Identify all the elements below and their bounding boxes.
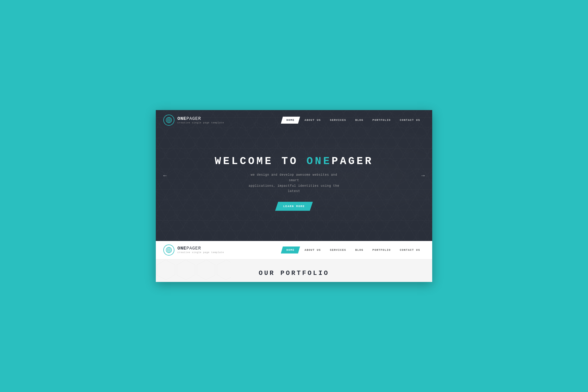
hero-content: WELCOME TO ONEPAGER we design and develo… (156, 130, 432, 241)
dark-navbar: ONE PAGER creative single page template … (156, 110, 432, 130)
white-logo-circle (163, 244, 174, 256)
logo-area: ONE PAGER creative single page template (163, 115, 224, 126)
dark-nav-home[interactable]: HOME (281, 117, 300, 124)
white-nav-contact[interactable]: CONTACT US (395, 247, 425, 254)
dark-nav-portfolio[interactable]: PORTFOLIO (368, 117, 395, 124)
dark-nav-about[interactable]: ABOUT US (300, 117, 325, 124)
logo-sub: creative single page template (177, 122, 224, 124)
white-nav-blog[interactable]: BLOG (351, 247, 368, 254)
globe-icon (166, 117, 172, 123)
carousel-next-button[interactable]: → (419, 170, 427, 181)
white-logo-area: ONE PAGER creative single page template (163, 244, 224, 256)
hero-section: ONE PAGER creative single page template … (156, 110, 432, 241)
carousel-prev-button[interactable]: ← (161, 170, 169, 181)
dark-nav-links: HOME ABOUT US SERVICES BLOG PORTFOLIO CO… (281, 117, 425, 124)
white-globe-icon (166, 247, 172, 253)
hero-title-highlight: ONE (307, 155, 332, 167)
portfolio-title: OUR PORTFOLIO (163, 269, 425, 277)
hero-title-suffix: PAGER (331, 155, 373, 167)
dark-nav-services[interactable]: SERVICES (325, 117, 351, 124)
dark-nav-contact[interactable]: CONTACT US (395, 117, 425, 124)
white-nav-about[interactable]: ABOUT US (300, 247, 325, 254)
hero-subtitle: we design and develop awesome websites a… (246, 172, 342, 194)
browser-window: ONE PAGER creative single page template … (156, 110, 432, 282)
white-nav-portfolio[interactable]: PORTFOLIO (368, 247, 395, 254)
white-nav-home[interactable]: HOME (281, 247, 300, 254)
white-logo-one: ONE (177, 246, 186, 251)
white-logo-text-block: ONE PAGER creative single page template (177, 246, 224, 254)
learn-more-button[interactable]: LEARN MORE (275, 202, 313, 211)
logo-one: ONE (177, 116, 186, 122)
white-logo-sub: creative single page template (177, 251, 224, 254)
logo-text-block: ONE PAGER creative single page template (177, 116, 224, 124)
white-header: ONE PAGER creative single page template … (156, 241, 432, 259)
hero-title: WELCOME TO ONEPAGER (215, 155, 373, 167)
portfolio-section: OUR PORTFOLIO (156, 259, 432, 282)
logo-pager: PAGER (186, 116, 201, 122)
white-logo-pager: PAGER (186, 246, 201, 251)
white-nav-links: HOME ABOUT US SERVICES BLOG PORTFOLIO CO… (281, 247, 425, 254)
white-nav-services[interactable]: SERVICES (325, 247, 351, 254)
logo-circle (163, 115, 174, 126)
dark-nav-blog[interactable]: BLOG (351, 117, 368, 124)
hero-title-prefix: WELCOME TO (215, 155, 307, 167)
